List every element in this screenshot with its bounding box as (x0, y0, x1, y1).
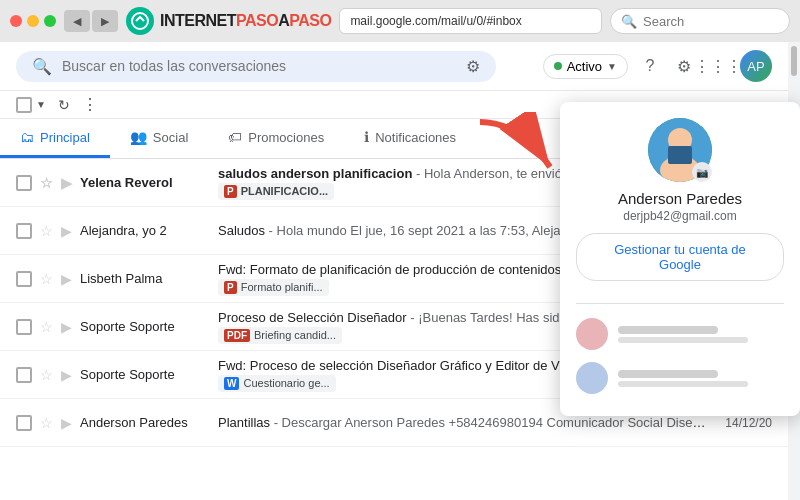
svg-rect-5 (668, 146, 692, 164)
email-sender: Lisbeth Palma (80, 271, 210, 286)
important-icon[interactable]: ▶ (61, 367, 72, 383)
star-icon[interactable]: ☆ (40, 175, 53, 191)
settings-button[interactable]: ⚙ (672, 54, 696, 78)
tab-notifications-icon: ℹ (364, 129, 369, 145)
tab-principal-label: Principal (40, 130, 90, 145)
traffic-lights (10, 15, 56, 27)
avatar-container: 📷 (648, 118, 712, 182)
chip-text: Cuestionario ge... (243, 377, 329, 389)
email-checkbox[interactable] (16, 271, 32, 287)
tab-notifications-label: Notificaciones (375, 130, 456, 145)
email-checkbox[interactable] (16, 367, 32, 383)
forward-button[interactable]: ▶ (92, 10, 118, 32)
account-info-2 (618, 370, 784, 387)
chip-text: Briefing candid... (254, 329, 336, 341)
important-icon[interactable]: ▶ (61, 415, 72, 431)
email-checkbox[interactable] (16, 415, 32, 431)
profile-avatar[interactable]: AP (740, 50, 772, 82)
email-subject-snippet: Plantillas - Descargar Anerson Paredes +… (218, 415, 709, 430)
close-button[interactable] (10, 15, 22, 27)
select-dropdown-arrow[interactable]: ▼ (36, 99, 46, 110)
tab-promotions[interactable]: 🏷 Promociones (208, 119, 344, 158)
star-icon[interactable]: ☆ (40, 271, 53, 287)
email-content: Plantillas - Descargar Anerson Paredes +… (218, 415, 709, 430)
email-checkbox[interactable] (16, 175, 32, 191)
back-button[interactable]: ◀ (64, 10, 90, 32)
account-name-blur (618, 370, 718, 378)
browser-search[interactable]: 🔍 (610, 8, 790, 34)
chip-text: Formato planifi... (241, 281, 323, 293)
email-sender: Soporte Soporte (80, 319, 210, 334)
chip-icon-w: W (224, 377, 239, 390)
email-date: 14/12/20 (725, 416, 772, 430)
svg-point-0 (132, 13, 148, 29)
manage-account-button[interactable]: Gestionar tu cuenta de Google (576, 233, 784, 281)
chip-icon-p: P (224, 281, 237, 294)
profile-accounts (576, 303, 784, 400)
tab-promotions-label: Promociones (248, 130, 324, 145)
logo-text: INTERNETPASOAPASO (160, 12, 331, 30)
refresh-button[interactable]: ↻ (58, 97, 70, 113)
important-icon[interactable]: ▶ (61, 271, 72, 287)
gmail-search-icon: 🔍 (32, 57, 52, 76)
gmail-search-input[interactable] (62, 58, 456, 74)
activo-button[interactable]: Activo ▼ (543, 54, 628, 79)
tab-notifications[interactable]: ℹ Notificaciones (344, 119, 476, 158)
gmail-search-bar[interactable]: 🔍 ⚙ (16, 51, 496, 82)
star-icon[interactable]: ☆ (40, 367, 53, 383)
list-item[interactable] (576, 312, 784, 356)
activo-label: Activo (567, 59, 602, 74)
url-bar[interactable]: mail.google.com/mail/u/0/#inbox (339, 8, 602, 34)
help-button[interactable]: ? (638, 54, 662, 78)
account-info-1 (618, 326, 784, 343)
star-icon[interactable]: ☆ (40, 319, 53, 335)
logo: INTERNETPASOAPASO (126, 7, 331, 35)
filter-icon[interactable]: ⚙ (466, 57, 480, 76)
tab-promotions-icon: 🏷 (228, 129, 242, 145)
account-email-blur (618, 381, 748, 387)
email-chip: PDF Briefing candid... (218, 327, 342, 344)
browser-chrome: ◀ ▶ INTERNETPASOAPASO mail.google.com/ma… (0, 0, 800, 42)
account-avatar-1 (576, 318, 608, 350)
email-subject: saludos anderson planificacion (218, 166, 412, 181)
more-options-button[interactable]: ⋮ (82, 95, 98, 114)
tab-social-icon: 👥 (130, 129, 147, 145)
scrollbar-thumb[interactable] (791, 46, 797, 76)
email-checkbox[interactable] (16, 319, 32, 335)
tab-principal[interactable]: 🗂 Principal (0, 119, 110, 158)
apps-button[interactable]: ⋮⋮⋮ (706, 54, 730, 78)
tab-social[interactable]: 👥 Social (110, 119, 208, 158)
fullscreen-button[interactable] (44, 15, 56, 27)
minimize-button[interactable] (27, 15, 39, 27)
email-subject: Plantillas (218, 415, 270, 430)
profile-dropdown: 📷 Anderson Paredes derjpb42@gmail.com Ge… (560, 102, 800, 416)
email-subject: Fwd: Proceso de selección Diseñador Gráf… (218, 358, 585, 373)
star-icon[interactable]: ☆ (40, 415, 53, 431)
gmail-toolbar: 🔍 ⚙ Activo ▼ ? ⚙ ⋮⋮⋮ AP (0, 42, 788, 91)
account-name-blur (618, 326, 718, 334)
email-subject: Proceso de Selección Diseñador (218, 310, 407, 325)
list-item[interactable] (576, 356, 784, 400)
dropdown-icon: ▼ (607, 61, 617, 72)
tab-social-label: Social (153, 130, 188, 145)
gmail-container: 🔍 ⚙ Activo ▼ ? ⚙ ⋮⋮⋮ AP ▼ ↻ (0, 42, 800, 500)
account-avatar-2 (576, 362, 608, 394)
email-chip: P PLANIFICACIO... (218, 183, 334, 200)
select-all-checkbox[interactable]: ▼ (16, 97, 46, 113)
profile-name: Anderson Paredes (618, 190, 742, 207)
important-icon[interactable]: ▶ (61, 175, 72, 191)
star-icon[interactable]: ☆ (40, 223, 53, 239)
online-indicator (554, 62, 562, 70)
checkbox-all[interactable] (16, 97, 32, 113)
important-icon[interactable]: ▶ (61, 319, 72, 335)
email-sender: Yelena Reverol (80, 175, 210, 190)
avatar-edit-icon[interactable]: 📷 (692, 162, 712, 182)
chip-text: PLANIFICACIO... (241, 185, 328, 197)
important-icon[interactable]: ▶ (61, 223, 72, 239)
chip-icon-p: P (224, 185, 237, 198)
email-chip: W Cuestionario ge... (218, 375, 336, 392)
email-checkbox[interactable] (16, 223, 32, 239)
tab-principal-icon: 🗂 (20, 129, 34, 145)
browser-search-input[interactable] (643, 14, 763, 29)
profile-email: derjpb42@gmail.com (623, 209, 737, 223)
